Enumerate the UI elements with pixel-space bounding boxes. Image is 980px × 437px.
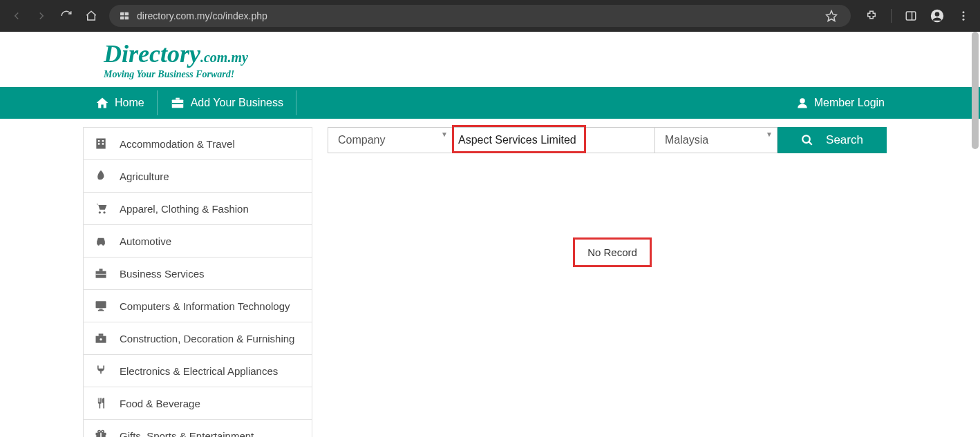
main-navbar: Home Add Your Business Member Login (0, 87, 980, 119)
svg-point-36 (802, 135, 810, 143)
svg-point-10 (963, 19, 965, 21)
monitor-icon (93, 298, 109, 313)
category-item[interactable]: Electronics & Electrical Appliances (84, 355, 312, 387)
site-info-icon[interactable] (119, 10, 130, 21)
category-item[interactable]: Apparel, Clothing & Fashion (84, 193, 312, 225)
svg-rect-17 (98, 143, 100, 145)
chevron-down-icon: ▼ (441, 130, 448, 138)
logo-ext: .com.my (200, 50, 248, 65)
main-content: Company ▼ Malaysia ▼ Search No Record (328, 127, 897, 437)
leaf-icon (93, 168, 109, 184)
category-item[interactable]: Business Services (84, 258, 312, 290)
category-label: Food & Beverage (120, 398, 200, 409)
food-icon (93, 396, 109, 411)
category-item[interactable]: Computers & Information Technology (84, 290, 312, 322)
category-item[interactable]: Construction, Decoration & Furnishing (84, 322, 312, 355)
no-record-message: No Record (573, 237, 652, 267)
search-button-label: Search (826, 133, 863, 147)
building-icon (93, 136, 109, 151)
site-tagline: Moving Your Business Forward! (104, 69, 980, 80)
category-label: Construction, Decoration & Furnishing (120, 333, 294, 344)
svg-rect-24 (96, 274, 106, 275)
svg-rect-3 (125, 17, 129, 20)
home-icon (95, 96, 109, 110)
svg-point-8 (963, 11, 965, 13)
category-label: Accommodation & Travel (120, 138, 235, 150)
svg-rect-4 (906, 12, 916, 20)
category-label: Business Services (120, 268, 205, 280)
nav-member-login[interactable]: Member Login (784, 87, 897, 119)
category-item[interactable]: Automotive (84, 225, 312, 258)
category-label: Agriculture (120, 171, 169, 182)
search-type-value: Company (338, 134, 385, 146)
profile-icon[interactable] (927, 6, 947, 26)
category-sidebar: Accommodation & TravelAgricultureApparel… (83, 127, 312, 437)
svg-point-22 (102, 243, 104, 245)
category-label: Apparel, Clothing & Fashion (120, 203, 249, 215)
svg-point-21 (97, 243, 100, 245)
menu-icon[interactable] (954, 6, 973, 26)
reload-button[interactable] (57, 6, 76, 26)
svg-point-29 (100, 338, 102, 340)
category-label: Gifts, Sports & Entertainment (120, 430, 254, 438)
address-bar[interactable]: directory.com.my/co/index.php (109, 5, 851, 27)
svg-point-19 (99, 211, 101, 213)
search-country-select[interactable]: Malaysia ▼ (654, 127, 778, 153)
user-icon (796, 97, 809, 109)
svg-rect-15 (98, 140, 100, 142)
svg-rect-12 (171, 103, 183, 104)
scrollbar-thumb[interactable] (972, 32, 979, 149)
svg-point-34 (102, 431, 104, 433)
nav-add-label: Add Your Business (191, 97, 283, 109)
svg-rect-1 (125, 12, 129, 16)
sidepanel-icon[interactable] (901, 6, 921, 26)
extensions-icon[interactable] (862, 6, 881, 26)
cart-icon (93, 201, 109, 216)
svg-rect-14 (96, 139, 105, 149)
category-label: Computers & Information Technology (120, 300, 290, 312)
search-bar: Company ▼ Malaysia ▼ Search (328, 127, 897, 153)
separator (891, 9, 892, 23)
category-item[interactable]: Food & Beverage (84, 387, 312, 420)
svg-rect-18 (102, 143, 104, 145)
svg-rect-25 (96, 301, 106, 308)
briefcase-icon (93, 266, 109, 281)
search-country-value: Malaysia (665, 134, 708, 146)
plug-icon (93, 363, 109, 378)
search-icon (801, 134, 813, 146)
category-item[interactable]: Gifts, Sports & Entertainment (84, 420, 312, 437)
logo-main: Directory (104, 40, 200, 68)
nav-login-label: Member Login (814, 97, 885, 109)
url-text: directory.com.my/co/index.php (137, 10, 267, 21)
search-button[interactable]: Search (778, 127, 887, 153)
nav-home-label: Home (115, 97, 144, 109)
svg-rect-16 (102, 140, 104, 142)
svg-point-9 (963, 15, 965, 17)
svg-rect-2 (120, 17, 124, 20)
briefcase-icon (170, 95, 185, 110)
nav-separator (296, 90, 296, 115)
home-button[interactable] (82, 6, 101, 26)
search-query-input[interactable] (450, 127, 654, 153)
back-button[interactable] (7, 6, 26, 26)
svg-point-20 (103, 211, 105, 213)
svg-rect-26 (100, 309, 103, 310)
star-icon[interactable] (822, 6, 841, 26)
tools-icon (93, 331, 109, 346)
category-label: Automotive (120, 235, 171, 247)
forward-button[interactable] (32, 6, 51, 26)
browser-toolbar: directory.com.my/co/index.php (0, 0, 980, 32)
nav-add-business[interactable]: Add Your Business (158, 87, 296, 119)
site-logo[interactable]: Directory.com.my (104, 41, 980, 66)
svg-rect-27 (98, 310, 104, 311)
svg-line-37 (809, 142, 812, 145)
nav-home[interactable]: Home (83, 87, 157, 119)
gift-icon (93, 428, 109, 437)
search-type-select[interactable]: Company ▼ (328, 127, 452, 153)
category-item[interactable]: Accommodation & Travel (84, 128, 312, 160)
svg-point-13 (800, 98, 805, 104)
category-item[interactable]: Agriculture (84, 160, 312, 193)
svg-rect-32 (100, 433, 102, 437)
svg-point-7 (935, 12, 940, 17)
car-icon (93, 233, 109, 249)
